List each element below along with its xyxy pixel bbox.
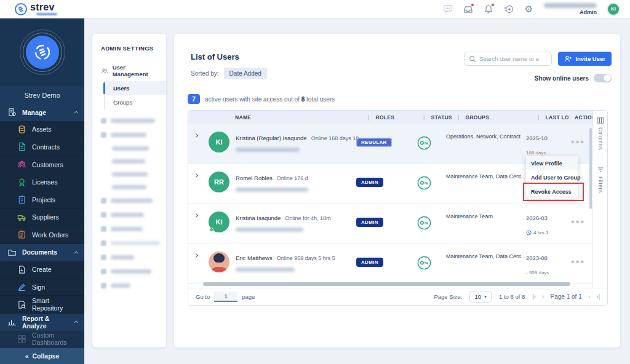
last-login-date: 2026-03 [526, 215, 548, 221]
tree-item-users[interactable]: Users [105, 81, 166, 95]
user-name: Romel Robles [236, 175, 273, 181]
row-expand-chevron-icon[interactable] [188, 124, 204, 137]
column-header-groups[interactable]: |GROUPS [452, 114, 532, 121]
horizontal-scrollbar[interactable] [203, 282, 570, 286]
sidebar-item-sign[interactable]: Sign [0, 279, 84, 296]
sidebar-collapse-button[interactable]: « Collapse [0, 348, 84, 364]
next-page-button[interactable]: › [588, 293, 590, 300]
prev-page-button[interactable]: ‹ [542, 293, 544, 300]
blurred-submenu-item[interactable] [101, 185, 166, 189]
goto-page-input[interactable] [214, 291, 237, 302]
blurred-submenu-item[interactable] [101, 159, 166, 164]
search-input[interactable] [479, 55, 547, 62]
sort-chip-date-added[interactable]: Date Added [224, 68, 267, 79]
sidebar-item-customers[interactable]: Customers [0, 156, 84, 174]
table-pagination: Go to page Page Size: 10▾ 1 to 8 of 8 |‹… [188, 288, 607, 305]
column-header-name[interactable]: NAME [209, 114, 362, 121]
blurred-menu-item[interactable] [101, 212, 166, 218]
column-header-last-login[interactable]: |LAST LOGIN [532, 114, 568, 121]
row-expand-chevron-icon[interactable] [188, 204, 204, 217]
sidebar-item-label: Sign [32, 283, 45, 291]
sidebar-section-documents[interactable]: Documents [0, 244, 84, 261]
table-row: KI Kristina IsaqundeOnline for 4h, 18m A… [188, 204, 592, 244]
person-plus-icon [564, 55, 572, 63]
site-access-key-icon[interactable] [412, 124, 446, 153]
blurred-menu-item[interactable] [101, 132, 166, 138]
user-avatar[interactable]: KI [607, 2, 620, 16]
active-users-summary: active users with site access out of 8 t… [205, 96, 335, 103]
blurred-menu-item[interactable] [101, 198, 166, 204]
site-access-key-icon[interactable] [412, 244, 446, 273]
blurred-menu-item[interactable] [101, 269, 166, 274]
sidebar-item-suppliers[interactable]: Suppliers [0, 209, 84, 227]
blurred-submenu-item[interactable] [101, 146, 166, 151]
sidebar-item-custom-dashboards[interactable]: Custom Dashboards [0, 331, 84, 349]
avatar: RR [209, 172, 229, 192]
sidebar-item-contracts[interactable]: Contracts [0, 138, 84, 156]
quick-add-icon[interactable] [503, 4, 514, 14]
blurred-menu-item[interactable] [101, 240, 166, 246]
row-actions-menu-icon[interactable]: ●●● [563, 244, 592, 265]
sidebar-section-report-analyze[interactable]: Report & Analyze [0, 314, 84, 331]
sidebar-item-assets[interactable]: Assets [0, 121, 84, 139]
collapse-chevrons-icon: « [25, 352, 29, 360]
revoke-access-label: Revoke Access [531, 189, 572, 195]
blurred-menu-item[interactable] [101, 283, 166, 288]
first-page-button[interactable]: |‹ [532, 293, 536, 300]
sidebar-item-smart-repository[interactable]: Smart Repository [0, 296, 84, 314]
chevron-down-icon: ▾ [484, 294, 487, 299]
blurred-menu-item[interactable] [101, 118, 166, 124]
menu-item-view-profile[interactable]: View Profile [526, 156, 578, 170]
brand-byline-blurred [36, 13, 57, 15]
sidebar-item-label: Create [32, 266, 52, 273]
table-header-row: NAME |ROLES |STATUS |GROUPS |LAST LOGIN … [188, 111, 592, 124]
settings-gear-icon[interactable]: ⚙ [524, 4, 534, 14]
avatar: KI [209, 132, 229, 152]
column-header-roles[interactable]: |ROLES [362, 114, 417, 121]
columns-tab[interactable]: Columns [597, 117, 604, 150]
sidebar-section-manage[interactable]: Manage [0, 104, 84, 121]
row-actions-menu-icon[interactable]: ●●● [563, 204, 592, 225]
column-header-action[interactable]: ACTION [568, 114, 592, 121]
show-online-users-toggle[interactable] [594, 74, 612, 82]
blurred-settings-menu [92, 118, 166, 288]
sidebar-item-projects[interactable]: Projects [0, 191, 84, 209]
menu-item-revoke-access[interactable]: Revoke Access [526, 184, 578, 199]
page-size-label: Page Size: [434, 293, 462, 300]
user-email-blurred [236, 267, 295, 272]
sidebar-item-work-orders[interactable]: Work Orders [0, 226, 84, 244]
chevron-up-icon [74, 251, 78, 255]
blurred-submenu-item[interactable] [101, 172, 166, 176]
site-access-key-icon[interactable] [412, 164, 446, 193]
vertical-scrollbar[interactable] [589, 128, 592, 209]
user-name: Eric Matthews [236, 255, 273, 261]
sidebar-item-create[interactable]: Create [0, 261, 84, 279]
row-actions-menu-icon[interactable]: ●●● [563, 124, 592, 145]
site-access-key-icon[interactable] [412, 204, 446, 233]
notifications-bell-icon[interactable] [483, 4, 493, 14]
brand-icon [15, 3, 27, 15]
inbox-icon[interactable] [463, 4, 473, 14]
filters-tab[interactable]: Filters [597, 166, 604, 193]
online-duration: Online 168 days 10 [311, 135, 359, 141]
user-groups: Maintenance Team, Data Cent... [446, 164, 526, 180]
row-expand-chevron-icon[interactable] [188, 244, 204, 257]
inbox-badge [471, 3, 474, 7]
page-size-select[interactable]: 10▾ [469, 291, 492, 303]
menu-item-add-user-to-group[interactable]: Add User to Group [526, 170, 578, 184]
user-search[interactable] [464, 52, 552, 66]
collapse-label: Collapse [33, 352, 60, 360]
blurred-menu-item[interactable] [101, 226, 166, 232]
user-management-item[interactable]: User Management [92, 64, 166, 77]
row-expand-chevron-icon[interactable] [188, 164, 204, 177]
blurred-menu-item[interactable] [101, 255, 166, 260]
sidebar-item-licenses[interactable]: Licenses [0, 173, 84, 191]
user-management-subtree: Users Groups [104, 81, 166, 109]
last-page-button[interactable]: ›| [596, 293, 600, 300]
brand-logo[interactable]: strev [15, 2, 57, 15]
invite-user-button[interactable]: Invite User [558, 52, 612, 66]
sidebar-item-label: Suppliers [32, 213, 59, 221]
tree-item-groups[interactable]: Groups [105, 95, 166, 109]
column-header-status[interactable]: |STATUS [417, 114, 452, 121]
chat-icon[interactable] [442, 4, 453, 14]
